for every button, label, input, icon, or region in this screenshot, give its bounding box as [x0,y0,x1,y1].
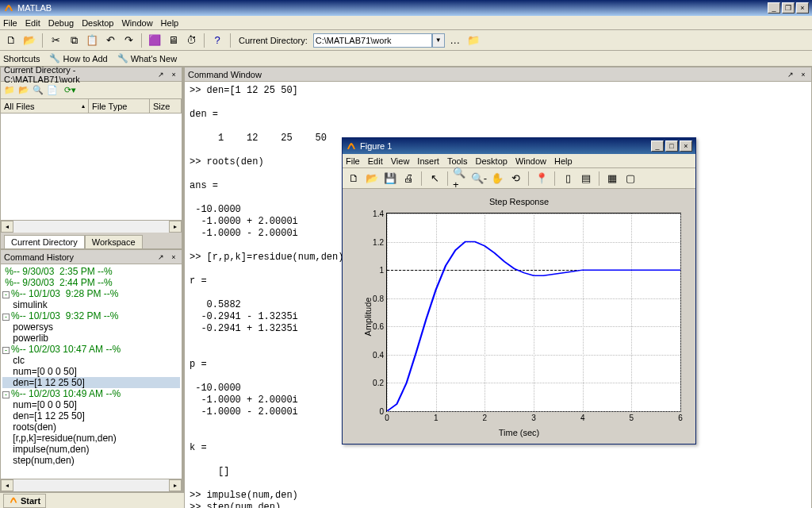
history-line[interactable]: den=[1 12 25 50] [2,410,180,421]
fig-menu-tools[interactable]: Tools [447,156,468,166]
col-all-files[interactable]: All Files▴ [1,99,89,113]
fig-menu-insert[interactable]: Insert [417,156,439,166]
panel-close-icon[interactable]: × [169,70,178,79]
menu-file[interactable]: File [3,18,17,28]
fig-show-tools-icon[interactable]: ▢ [622,171,638,187]
shortcuts-label: Shortcuts [3,54,40,64]
scroll-right-icon[interactable]: ▸ [169,479,182,491]
history-line[interactable]: step(num,den) [2,455,180,466]
history-line[interactable]: -%-- 10/2/03 10:47 AM --% [2,344,180,355]
history-line[interactable]: -%-- 10/1/03 9:28 PM --% [2,288,180,299]
history-line[interactable]: -%-- 10/2/03 10:49 AM --% [2,388,180,399]
fig-minimize-button[interactable]: _ [651,140,664,152]
gear-icon[interactable]: ⟳▾ [64,85,76,95]
history-line[interactable]: roots(den) [2,421,180,433]
history-line[interactable]: den=[1 12 25 50] [2,377,180,388]
fig-zoom-in-icon[interactable]: 🔍+ [453,171,469,187]
fig-hide-tools-icon[interactable]: ▦ [604,171,620,187]
history-line[interactable]: impulse(num,den) [2,444,180,455]
fig-datacursor-icon[interactable]: 📍 [534,171,550,187]
cd-label: Current Directory: [239,36,308,45]
current-directory-input[interactable] [313,33,432,48]
panel-close-icon[interactable]: × [169,252,178,262]
folder-up-icon[interactable]: 📁 [4,85,15,95]
cut-icon[interactable]: ✂ [48,33,63,48]
minimize-button[interactable]: _ [768,2,780,13]
paste-icon[interactable]: 📋 [84,33,100,48]
scroll-left-icon[interactable]: ◂ [1,221,13,233]
history-line[interactable]: num=[0 0 0 50] [2,366,180,377]
scroll-right-icon[interactable]: ▸ [169,221,182,233]
report-icon[interactable]: 📄 [47,85,58,95]
history-line[interactable]: num=[0 0 0 50] [2,399,180,410]
up-folder-icon[interactable]: 📁 [465,33,481,48]
history-line[interactable]: simulink [2,299,180,310]
plot-area[interactable]: 012345600.20.40.60.811.21.4 [386,213,681,412]
col-file-type[interactable]: File Type [89,99,150,113]
history-line[interactable]: [r,p,k]=residue(num,den) [2,433,180,444]
tab-workspace[interactable]: Workspace [85,235,143,248]
simulink-icon[interactable]: 🟪 [147,33,163,48]
tab-current-directory[interactable]: Current Directory [4,235,85,248]
undo-icon[interactable]: ↶ [102,33,118,48]
guide-icon[interactable]: 🖥 [165,33,181,48]
shortcut-whats-new[interactable]: 🔧 What's New [117,53,177,64]
fig-menu-view[interactable]: View [391,156,410,166]
history-line[interactable]: -%-- 10/1/03 9:32 PM --% [2,310,180,321]
start-button[interactable]: Start [3,494,46,508]
menu-desktop[interactable]: Desktop [82,18,113,28]
fig-menu-file[interactable]: File [346,156,360,166]
fig-maximize-button[interactable]: □ [665,140,678,152]
scroll-left-icon[interactable]: ◂ [1,479,13,491]
ch-hscroll[interactable]: ◂ ▸ [1,479,182,491]
fig-open-icon[interactable]: 📂 [364,171,380,187]
fig-pointer-icon[interactable]: ↖ [427,171,442,187]
undock-icon[interactable]: ↗ [157,70,167,79]
fig-new-icon[interactable]: 🗋 [346,171,362,187]
col-size[interactable]: Size [150,99,182,113]
redo-icon[interactable]: ↷ [121,33,136,48]
history-line[interactable]: powersys [2,321,180,333]
find-icon[interactable]: 🔍 [33,85,44,95]
profiler-icon[interactable]: ⏱ [183,33,199,48]
fig-pan-icon[interactable]: ✋ [489,171,505,187]
current-directory-panel: Current Directory - C:\MATLAB71\work ↗ ×… [0,67,182,249]
fig-close-button[interactable]: × [680,140,692,152]
open-file-icon[interactable]: 📂 [21,33,37,48]
fig-menu-help[interactable]: Help [554,156,573,166]
history-line[interactable]: powerlib [2,333,180,344]
undock-icon[interactable]: ↗ [786,70,795,79]
undock-icon[interactable]: ↗ [156,252,166,262]
fig-print-icon[interactable]: 🖨 [400,171,416,187]
history-line[interactable]: clc [2,355,180,366]
shortcut-how-to-add[interactable]: 🔧 How to Add [49,53,107,64]
fig-save-icon[interactable]: 💾 [382,171,398,187]
new-folder-icon[interactable]: 📂 [18,85,29,95]
fig-menu-desktop[interactable]: Desktop [476,156,508,166]
panel-close-icon[interactable]: × [799,70,808,79]
cd-hscroll[interactable]: ◂ ▸ [1,220,182,233]
fig-menu-edit[interactable]: Edit [368,156,383,166]
fig-colorbar-icon[interactable]: ▯ [560,171,576,187]
fig-rotate-icon[interactable]: ⟲ [508,171,523,187]
copy-icon[interactable]: ⧉ [66,33,82,48]
help-icon[interactable]: ? [209,33,225,48]
maximize-button[interactable]: ❐ [782,2,795,13]
fig-zoom-out-icon[interactable]: 🔍- [471,171,487,187]
history-line[interactable]: %-- 9/30/03 2:44 PM --% [2,277,180,288]
fig-menu-window[interactable]: Window [515,156,546,166]
browse-folder-icon[interactable]: … [447,33,463,48]
menu-help[interactable]: Help [161,18,179,28]
close-button[interactable]: × [796,2,809,13]
cd-file-list[interactable] [1,114,182,220]
cd-column-headers: All Files▴ File Type Size [1,99,182,114]
command-history-list[interactable]: %-- 9/30/03 2:35 PM --% %-- 9/30/03 2:44… [1,264,182,479]
figure-window[interactable]: Figure 1 _ □ × File Edit View Insert Too… [342,137,696,444]
new-file-icon[interactable]: 🗋 [3,33,19,48]
history-line[interactable]: %-- 9/30/03 2:35 PM --% [2,266,180,277]
cd-dropdown-icon[interactable]: ▼ [432,33,445,48]
fig-legend-icon[interactable]: ▤ [578,171,594,187]
menu-edit[interactable]: Edit [25,18,40,28]
menu-window[interactable]: Window [121,18,152,28]
menu-debug[interactable]: Debug [48,18,74,28]
